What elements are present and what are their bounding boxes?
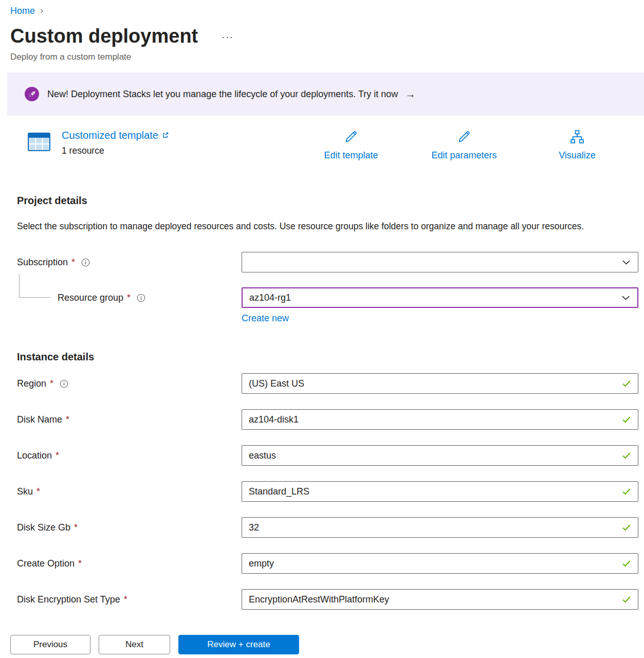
valid-check-icon [621, 594, 632, 605]
required-asterisk: * [78, 558, 82, 569]
location-row: Location* eastus [17, 445, 638, 466]
valid-check-icon [621, 450, 632, 461]
required-asterisk: * [127, 293, 131, 303]
required-asterisk: * [56, 450, 59, 461]
create-new-row: Create new [242, 312, 644, 324]
next-button[interactable]: Next [99, 635, 170, 654]
external-link-icon [162, 129, 169, 141]
region-input[interactable]: (US) East US [242, 373, 638, 394]
region-row: Region* (US) East US [17, 373, 638, 394]
breadcrumb-home-link[interactable]: Home [10, 6, 35, 16]
create-option-input[interactable]: empty [242, 553, 638, 574]
project-details-description: Select the subscription to manage deploy… [17, 218, 608, 234]
edit-parameters-button[interactable]: Edit parameters [426, 129, 503, 161]
review-create-button[interactable]: Review + create [178, 635, 299, 654]
page-title: Custom deployment [10, 24, 198, 48]
resource-group-select[interactable]: az104-rg1 [242, 287, 638, 308]
region-label: Region* [17, 378, 242, 389]
sku-input[interactable]: Standard_LRS [242, 481, 638, 502]
disk-size-input[interactable]: 32 [242, 517, 638, 538]
indent-connector [19, 274, 50, 298]
template-icon [27, 131, 51, 153]
required-asterisk: * [66, 414, 69, 425]
page-subtitle: Deploy from a custom template [10, 51, 644, 62]
template-info: Customized template 1 resource [62, 129, 169, 170]
banner-text: New! Deployment Stacks let you manage th… [47, 89, 398, 100]
info-icon[interactable] [60, 379, 68, 388]
sku-label: Sku* [17, 486, 242, 497]
resource-group-row: Resource group* az104-rg1 [17, 287, 638, 308]
rocket-icon [25, 87, 39, 101]
deployment-stacks-banner[interactable]: New! Deployment Stacks let you manage th… [7, 72, 644, 116]
arrow-right-icon: → [405, 88, 415, 100]
template-summary: Customized template 1 resource [27, 129, 644, 170]
visualize-button[interactable]: Visualize [539, 129, 616, 161]
location-label: Location* [17, 450, 242, 461]
sku-row: Sku* Standard_LRS [17, 481, 638, 502]
info-icon[interactable] [81, 258, 90, 267]
valid-check-icon [621, 486, 632, 497]
disk-encryption-set-type-row: Disk Encryption Set Type* EncryptionAtRe… [17, 589, 638, 610]
create-option-row: Create Option* empty [17, 553, 638, 574]
info-icon[interactable] [137, 294, 145, 302]
footer-bar: Previous Next Review + create [0, 622, 644, 658]
create-option-label: Create Option* [17, 558, 242, 569]
resource-count: 1 resource [62, 145, 169, 156]
resource-group-value: az104-rg1 [249, 293, 291, 303]
disk-size-label: Disk Size Gb* [17, 522, 242, 533]
more-menu-icon[interactable]: ··· [222, 31, 233, 43]
subscription-select[interactable] [242, 252, 638, 272]
disk-name-input[interactable]: az104-disk1 [242, 409, 638, 430]
custom-deployment-page: Home › Custom deployment ··· Deploy from… [0, 0, 644, 658]
previous-button[interactable]: Previous [10, 635, 90, 654]
edit-template-button[interactable]: Edit template [312, 129, 390, 161]
chevron-down-icon [621, 293, 631, 303]
required-asterisk: * [50, 378, 53, 389]
instance-details-heading: Instance details [17, 350, 644, 363]
project-details-heading: Project details [17, 194, 644, 207]
pencil-icon [456, 129, 472, 147]
resource-group-label: Resource group* [17, 293, 242, 303]
title-row: Custom deployment ··· [10, 24, 644, 48]
disk-size-row: Disk Size Gb* 32 [17, 517, 638, 538]
template-actions: Edit template Edit parameters [312, 129, 616, 161]
valid-check-icon [621, 522, 632, 533]
subscription-row: Subscription* [17, 252, 638, 272]
disk-encryption-set-type-input[interactable]: EncryptionAtRestWithPlatformKey [242, 589, 638, 610]
disk-name-row: Disk Name* az104-disk1 [17, 409, 638, 430]
required-asterisk: * [71, 257, 75, 268]
location-input[interactable]: eastus [242, 445, 638, 466]
required-asterisk: * [74, 522, 78, 533]
required-asterisk: * [124, 594, 127, 605]
disk-encryption-set-type-label: Disk Encryption Set Type* [17, 594, 242, 605]
disk-name-label: Disk Name* [17, 414, 242, 425]
pencil-icon [343, 129, 359, 147]
hierarchy-icon [569, 129, 585, 147]
chevron-down-icon [621, 258, 631, 267]
valid-check-icon [621, 378, 632, 389]
create-new-link[interactable]: Create new [242, 313, 289, 323]
breadcrumb: Home › [0, 0, 644, 16]
customized-template-link[interactable]: Customized template [62, 129, 169, 141]
required-asterisk: * [36, 486, 40, 497]
valid-check-icon [621, 558, 632, 569]
valid-check-icon [621, 414, 632, 425]
subscription-label: Subscription* [17, 257, 242, 268]
chevron-right-icon: › [40, 5, 43, 16]
